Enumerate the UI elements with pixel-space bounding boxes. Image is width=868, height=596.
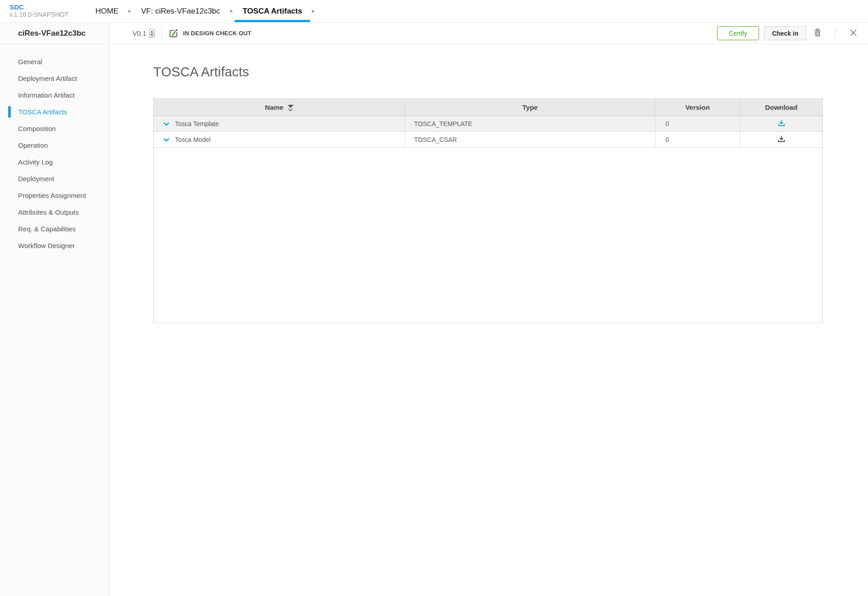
sort-filter-icon <box>288 105 293 111</box>
spinner-up-icon <box>151 31 153 33</box>
content-area: V0.1 IN DESIGN CHECK OUT Certify Check i… <box>109 23 868 596</box>
column-header-version: Version <box>656 99 740 116</box>
app-name: SDC <box>9 3 87 11</box>
chevron-down-icon <box>163 121 170 127</box>
version-value: V0.1 <box>132 29 146 37</box>
toolbar-actions: Certify Check in <box>717 26 857 40</box>
breadcrumb: HOME VF: ciRes-VFae12c3bc TOSCA Artifact… <box>87 0 316 22</box>
breadcrumb-separator-icon <box>230 0 233 22</box>
artifact-type-cell: TOSCA_CSAR <box>405 132 656 147</box>
artifact-name-cell: Tosca Model <box>154 132 405 147</box>
artifact-download-cell <box>740 116 822 131</box>
app-logo: SDC v.1.16.0-SNAPSHOT <box>0 0 87 22</box>
table-row: Tosca Model TOSCA_CSAR 0 <box>154 132 822 148</box>
column-header-name[interactable]: Name <box>154 99 405 116</box>
chevron-down-icon <box>163 136 170 143</box>
artifacts-table: Name Type Version Download <box>153 99 823 323</box>
sidebar-item-composition[interactable]: Composition <box>0 120 109 137</box>
certify-button[interactable]: Certify <box>717 26 759 40</box>
version-toolbar: V0.1 IN DESIGN CHECK OUT Certify Check i… <box>109 23 868 44</box>
edit-checkout-icon <box>168 28 179 38</box>
divider <box>835 28 835 39</box>
close-icon <box>849 29 857 38</box>
breadcrumb-item-home[interactable]: HOME <box>87 0 127 22</box>
breadcrumb-item-tosca-artifacts[interactable]: TOSCA Artifacts <box>235 0 311 22</box>
sidebar-item-deployment[interactable]: Deployment <box>0 170 109 187</box>
workspace: ciRes-VFae12c3bc General Deployment Arti… <box>0 23 868 596</box>
delete-button[interactable] <box>814 28 821 38</box>
tosca-artifacts-page: TOSCA Artifacts Name Type Version <box>109 44 868 596</box>
artifact-version-cell: 0 <box>656 132 740 147</box>
page-title: TOSCA Artifacts <box>153 65 868 80</box>
version-spinner[interactable] <box>149 29 155 38</box>
sidebar-item-workflow-designer[interactable]: Workflow Designer <box>0 237 109 254</box>
sidebar-item-properties-assignment[interactable]: Properties Assignment <box>0 187 109 204</box>
active-indicator-bar <box>8 106 11 117</box>
check-in-button[interactable]: Check in <box>764 26 807 40</box>
breadcrumb-separator-icon <box>312 0 315 22</box>
divider <box>161 28 162 39</box>
sidebar-item-req-capabilities[interactable]: Req. & Capabilities <box>0 221 109 237</box>
download-button[interactable] <box>778 135 785 144</box>
breadcrumb-item-vf[interactable]: VF: ciRes-VFae12c3bc <box>133 0 228 22</box>
spinner-down-icon <box>151 34 153 36</box>
expand-row-button[interactable] <box>163 121 170 127</box>
artifact-type-cell: TOSCA_TEMPLATE <box>405 116 656 131</box>
artifact-name-cell: Tosca Template <box>154 116 405 131</box>
top-bar: SDC v.1.16.0-SNAPSHOT HOME VF: ciRes-VFa… <box>0 0 868 23</box>
lifecycle-state-label: IN DESIGN CHECK OUT <box>183 30 251 37</box>
trash-icon <box>814 28 821 38</box>
sidebar-item-activity-log[interactable]: Activity Log <box>0 154 109 170</box>
sidebar-nav: General Deployment Artifact Information … <box>0 44 109 254</box>
download-icon <box>778 119 785 128</box>
sidebar-item-general[interactable]: General <box>0 53 109 70</box>
app-version: v.1.16.0-SNAPSHOT <box>9 11 87 19</box>
artifact-download-cell <box>740 132 822 147</box>
sidebar: ciRes-VFae12c3bc General Deployment Arti… <box>0 23 109 596</box>
sidebar-item-tosca-artifacts[interactable]: TOSCA Artifacts <box>0 103 109 120</box>
expand-row-button[interactable] <box>163 136 170 143</box>
table-row: Tosca Template TOSCA_TEMPLATE 0 <box>154 116 822 132</box>
column-header-download: Download <box>740 99 822 116</box>
sidebar-resource-title: ciRes-VFae12c3bc <box>0 23 109 44</box>
artifact-name: Tosca Model <box>175 136 211 143</box>
column-header-type: Type <box>405 99 656 116</box>
sidebar-item-attributes-outputs[interactable]: Attributes & Outputs <box>0 204 109 221</box>
artifact-name: Tosca Template <box>175 120 219 127</box>
table-header-row: Name Type Version Download <box>154 99 822 116</box>
close-button[interactable] <box>849 29 857 38</box>
download-icon <box>778 135 785 144</box>
artifact-version-cell: 0 <box>656 116 740 131</box>
sidebar-item-label: TOSCA Artifacts <box>18 108 67 116</box>
breadcrumb-separator-icon <box>128 0 131 22</box>
sidebar-item-information-artifact[interactable]: Information Artifact <box>0 87 109 103</box>
download-button[interactable] <box>778 119 785 128</box>
sidebar-item-deployment-artifact[interactable]: Deployment Artifact <box>0 70 109 87</box>
sidebar-item-operation[interactable]: Operation <box>0 137 109 154</box>
